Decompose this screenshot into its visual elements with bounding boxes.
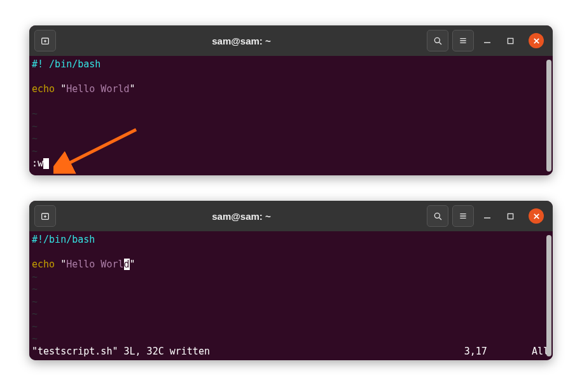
titlebar: sam@sam: ~ xyxy=(29,25,553,56)
shebang-line: #!/bin/bash xyxy=(32,234,549,247)
cursor-icon: d xyxy=(124,259,130,270)
scrollbar[interactable] xyxy=(546,60,551,172)
scrollbar[interactable] xyxy=(546,235,551,356)
minimize-button[interactable] xyxy=(483,36,492,45)
vim-tilde: ~ xyxy=(32,271,549,284)
empty-line xyxy=(32,96,549,109)
empty-line xyxy=(32,247,549,259)
menu-button[interactable] xyxy=(452,205,474,227)
search-button[interactable] xyxy=(427,30,448,51)
vim-tilde: ~ xyxy=(32,321,549,334)
search-button[interactable] xyxy=(427,205,448,227)
echo-line: echo "Hello World" xyxy=(32,259,549,271)
terminal-window-1: sam@sam: ~ #! xyxy=(29,25,553,175)
terminal-window-2: sam@sam: ~ #! xyxy=(29,201,553,360)
window-title: sam@sam: ~ xyxy=(60,211,423,222)
menu-button[interactable] xyxy=(452,30,474,51)
vim-tilde: ~ xyxy=(32,333,549,346)
vim-tilde: ~ xyxy=(32,108,549,121)
vim-tilde: ~ xyxy=(32,133,549,145)
close-button[interactable] xyxy=(529,33,544,48)
svg-rect-9 xyxy=(508,38,513,43)
vim-tilde: ~ xyxy=(32,145,549,158)
empty-line xyxy=(32,71,549,84)
maximize-button[interactable] xyxy=(506,212,515,220)
new-tab-button[interactable] xyxy=(34,205,56,227)
vim-tilde: ~ xyxy=(32,308,549,321)
terminal-body[interactable]: #! /bin/bash echo "Hello World" ~ ~ ~ ~ … xyxy=(29,56,553,175)
titlebar: sam@sam: ~ xyxy=(29,201,553,231)
status-message: "testscript.sh" 3L, 32C written xyxy=(32,346,464,358)
close-button[interactable] xyxy=(529,208,544,224)
shebang-line: #! /bin/bash xyxy=(32,58,549,71)
svg-point-17 xyxy=(434,213,440,218)
window-title: sam@sam: ~ xyxy=(60,36,423,46)
vim-command-line[interactable]: :w xyxy=(32,158,549,170)
echo-line: echo "Hello World" xyxy=(32,83,549,96)
svg-line-4 xyxy=(440,43,441,44)
terminal-body[interactable]: #!/bin/bash echo "Hello World" ~ ~ ~ ~ ~… xyxy=(29,231,553,360)
vim-status-line: "testscript.sh" 3L, 32C written 3,17 All xyxy=(32,346,549,358)
new-tab-button[interactable] xyxy=(34,30,56,51)
svg-rect-23 xyxy=(508,213,513,219)
svg-point-3 xyxy=(434,37,440,43)
status-position: 3,17 xyxy=(464,346,487,358)
vim-tilde: ~ xyxy=(32,121,549,133)
vim-tilde: ~ xyxy=(32,283,549,296)
maximize-button[interactable] xyxy=(506,36,515,45)
svg-line-18 xyxy=(440,218,441,220)
minimize-button[interactable] xyxy=(483,212,492,220)
cursor-icon xyxy=(43,158,49,169)
vim-tilde: ~ xyxy=(32,296,549,309)
